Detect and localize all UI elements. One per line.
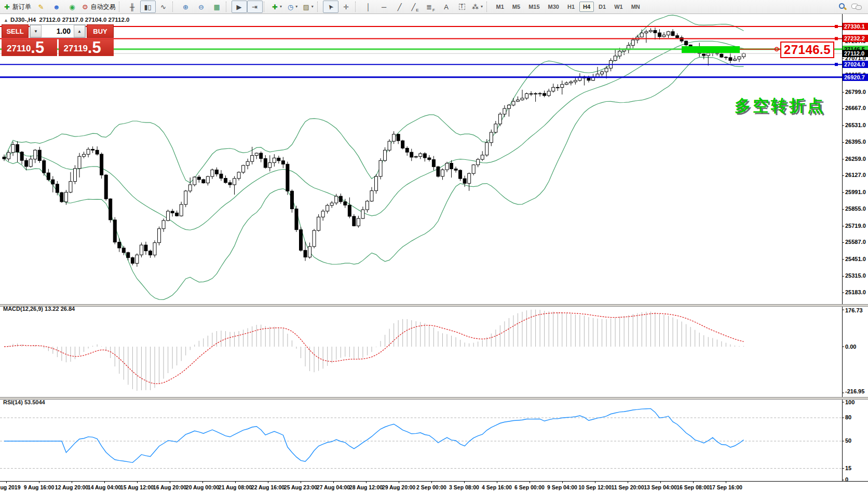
tile-windows-button[interactable]: ▦: [209, 1, 225, 13]
candlestick-chart-button[interactable]: ▮▯: [140, 1, 156, 13]
timeframe-h1-button[interactable]: H1: [564, 2, 578, 12]
autotrading-label: 自动交易: [91, 4, 116, 10]
timeframe-w1-button[interactable]: W1: [611, 2, 627, 12]
candle-body: [384, 150, 387, 160]
pane-separator-rsi[interactable]: [0, 397, 868, 400]
candle-body: [370, 191, 373, 201]
rsi-axis-label: 15: [845, 465, 851, 471]
zoom-out-button[interactable]: ⊖: [194, 1, 209, 13]
templates-icon: ▨: [303, 4, 309, 10]
vertical-line-button[interactable]: │: [361, 1, 376, 13]
periods-button[interactable]: ◷▾: [285, 1, 301, 13]
time-axis[interactable]: 8 Aug 20199 Aug 16:0012 Aug 20:0014 Aug …: [0, 481, 868, 493]
crosshair-button[interactable]: ✛: [338, 1, 354, 13]
time-axis-label: 22 Aug 16:00: [251, 484, 284, 490]
timeframe-h4-button[interactable]: H4: [579, 2, 594, 12]
news-icon: ◉: [69, 4, 75, 10]
periods-dropdown-arrow[interactable]: ▾: [295, 5, 297, 9]
candlestick-chart-icon: ▮▯: [144, 4, 151, 10]
news-button[interactable]: ◉: [64, 1, 80, 13]
candle-body: [220, 174, 223, 178]
chart-shift-button[interactable]: ⇥: [247, 1, 263, 13]
candle-body: [237, 172, 240, 179]
highlight-rectangle[interactable]: [682, 46, 740, 53]
equidistant-channel-icon: ╱: [411, 4, 415, 10]
candle-body: [401, 141, 404, 148]
search-icon[interactable]: [838, 3, 846, 11]
time-axis-label: 11 Sep 20:00: [611, 484, 644, 490]
level-line-marker[interactable]: [835, 37, 838, 40]
profile-button[interactable]: ☻: [49, 1, 64, 13]
timeframe-mn-button[interactable]: MN: [628, 2, 644, 12]
line-chart-button[interactable]: ∿: [156, 1, 171, 13]
one-click-trading-panel: SELL ▼ 1.00 ▲ BUY 27110.5 27119.5: [2, 24, 114, 56]
bar-chart-button[interactable]: ╫: [125, 1, 140, 13]
timeframe-m1-button[interactable]: M1: [493, 2, 508, 12]
toolbar-separator: [264, 2, 267, 12]
templates-button[interactable]: ▨▾: [301, 1, 316, 13]
collapse-arrow-icon[interactable]: ▲: [4, 18, 8, 23]
zoom-in-icon: ⊕: [183, 4, 188, 10]
volume-increase-button[interactable]: ▲: [74, 25, 85, 37]
auto-scroll-button[interactable]: ▶: [232, 1, 247, 13]
level-line-marker[interactable]: [835, 25, 838, 28]
pane-separator-macd[interactable]: [0, 304, 868, 307]
buy-button[interactable]: BUY: [87, 24, 114, 38]
text-label-button[interactable]: T: [454, 1, 470, 13]
candle-body: [654, 31, 657, 33]
candle-body: [171, 211, 174, 213]
cursor-button[interactable]: ➤: [323, 1, 338, 13]
time-axis-label: 8 Aug 2019: [0, 484, 21, 490]
timeframe-d1-button[interactable]: D1: [595, 2, 609, 12]
level-line-marker[interactable]: [835, 63, 838, 66]
timeframe-m15-button[interactable]: M15: [525, 2, 543, 12]
candle-body: [676, 36, 679, 38]
candle-body: [268, 162, 272, 167]
fibonacci-icon: ≣: [426, 4, 432, 10]
indicators-button[interactable]: ✚▾: [269, 1, 285, 13]
buy-price-int: 27119: [64, 42, 88, 56]
candle-body: [397, 134, 400, 141]
timeframe-m30-button[interactable]: M30: [545, 2, 563, 12]
candle-body: [140, 245, 143, 255]
arrows-dropdown-arrow[interactable]: ▾: [481, 5, 483, 9]
candle-body: [11, 145, 15, 153]
styles-button[interactable]: ✎: [33, 1, 49, 13]
text-button[interactable]: A: [439, 1, 454, 13]
candle-body: [565, 83, 568, 85]
chart-canvas[interactable]: [0, 0, 868, 493]
candle-body: [645, 32, 648, 33]
community-chat-icon[interactable]: [851, 3, 862, 11]
templates-dropdown-arrow[interactable]: ▾: [311, 5, 314, 9]
volume-value[interactable]: 1.00: [42, 25, 74, 37]
fibonacci-button[interactable]: ≣F: [423, 1, 439, 13]
candle-body: [614, 56, 617, 61]
buy-price-panel[interactable]: 27119.5: [59, 39, 114, 56]
equidistant-channel-button[interactable]: ╱E: [408, 1, 423, 13]
new-order-button[interactable]: ✚新订单: [2, 1, 33, 13]
candle-body: [543, 93, 546, 95]
volume-decrease-button[interactable]: ▼: [30, 25, 42, 37]
indicators-dropdown-arrow[interactable]: ▾: [280, 5, 282, 9]
sell-button[interactable]: SELL: [2, 24, 29, 38]
price-level-badge: 27024.0: [843, 61, 868, 68]
rsi-axis-label: 80: [845, 414, 851, 420]
candle-body: [352, 216, 356, 226]
candle-body: [441, 170, 444, 176]
time-axis-tick: [595, 482, 595, 483]
chart-title: ▲DJ30-,H4 27112.0 27117.0 27104.0 27112.…: [4, 17, 130, 23]
sell-price-panel[interactable]: 27110.5: [2, 39, 57, 56]
candle-body: [468, 173, 471, 183]
ohlc-values: 27112.0 27117.0 27104.0 27112.0: [39, 17, 130, 23]
arrows-button[interactable]: ⁂▾: [470, 1, 485, 13]
horizontal-line-button[interactable]: ─: [376, 1, 392, 13]
candle-body: [375, 176, 378, 191]
zoom-in-button[interactable]: ⊕: [178, 1, 194, 13]
toolbar-separator: [226, 2, 229, 12]
trendline-button[interactable]: ╱: [392, 1, 408, 13]
time-axis-tick: [628, 482, 628, 483]
auto-scroll-icon: ▶: [237, 4, 242, 10]
candle-body: [481, 155, 484, 159]
autotrading-button[interactable]: ⚙自动交易: [80, 1, 118, 13]
timeframe-m5-button[interactable]: M5: [509, 2, 524, 12]
